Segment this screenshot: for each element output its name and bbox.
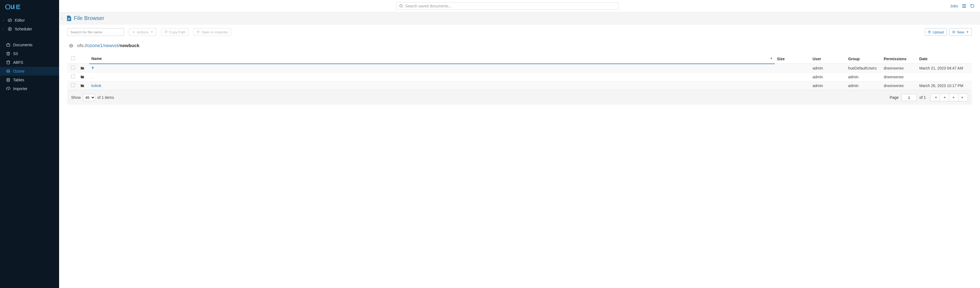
path-current: newbuck xyxy=(119,43,140,48)
copy-icon xyxy=(164,30,167,34)
table-row[interactable]: admin hueDefaultUsers drwxrwxrwx March 2… xyxy=(67,64,972,73)
row-checkbox[interactable] xyxy=(71,83,75,87)
cell-user: admin xyxy=(810,73,846,81)
of-pages: of 1 xyxy=(920,95,926,100)
svg-rect-1 xyxy=(7,5,7,9)
select-all-checkbox[interactable] xyxy=(71,56,75,60)
page-label: Page xyxy=(890,95,899,100)
page-size-select[interactable]: 45 xyxy=(83,94,95,101)
database-icon xyxy=(5,60,11,65)
folder-icon xyxy=(80,84,87,88)
briefcase-icon xyxy=(5,43,11,47)
svg-rect-10 xyxy=(68,18,70,19)
nav-ozone[interactable]: Ozone xyxy=(0,67,59,76)
nav-label: ABFS xyxy=(13,60,23,65)
nav-label: Importer xyxy=(13,86,27,91)
svg-rect-11 xyxy=(68,19,70,19)
cell-perm: drwxrwxrwx xyxy=(881,73,917,81)
col-permissions[interactable]: Permissions xyxy=(881,54,917,64)
new-button[interactable]: New ▼ xyxy=(949,28,972,36)
caret-down-icon: ▼ xyxy=(966,31,969,33)
nav-documents[interactable]: Documents xyxy=(0,40,59,49)
ozone-icon xyxy=(69,43,73,48)
page-header: › File Browser xyxy=(59,12,980,24)
nav-abfs[interactable]: ABFS xyxy=(0,58,59,67)
parent-dir-link[interactable] xyxy=(91,66,94,70)
svg-rect-2 xyxy=(8,5,9,9)
cell-perm: drwxrwxrwx xyxy=(881,81,917,90)
topbar: Jobs xyxy=(59,0,980,12)
gear-icon xyxy=(132,30,135,34)
folder-icon xyxy=(80,67,87,70)
file-search-input[interactable] xyxy=(67,28,124,36)
nav-label: Scheduler xyxy=(15,27,32,31)
scheduler-icon xyxy=(6,27,13,31)
col-name[interactable]: Name▲ xyxy=(89,54,775,64)
col-group[interactable]: Group xyxy=(846,54,881,64)
cell-group: hueDefaultUsers xyxy=(846,64,881,73)
global-search-input[interactable] xyxy=(405,4,615,8)
button-label: Actions xyxy=(137,30,148,34)
next-page-button[interactable] xyxy=(949,94,958,101)
svg-point-15 xyxy=(197,31,199,32)
button-label: Upload xyxy=(933,30,944,34)
table-footer: Show 45 of 1 items Page of 1 xyxy=(67,90,972,105)
svg-point-9 xyxy=(400,5,402,7)
nav-scheduler[interactable]: › Scheduler xyxy=(0,25,59,33)
sidebar: › Editor › Scheduler Documen xyxy=(0,0,59,288)
cell-perm: drwxrwxrwx xyxy=(881,64,917,73)
page-input[interactable] xyxy=(902,94,917,101)
sort-asc-icon: ▲ xyxy=(770,56,773,59)
col-user[interactable]: User xyxy=(810,54,846,64)
svg-point-4 xyxy=(9,29,10,30)
svg-point-6 xyxy=(7,61,10,62)
jobs-link[interactable]: Jobs xyxy=(950,4,958,8)
col-size[interactable]: Size xyxy=(775,54,810,64)
of-items: of 1 items xyxy=(97,95,114,100)
cell-date: March 21, 2023 04:47 AM xyxy=(917,64,972,73)
first-page-button[interactable] xyxy=(931,94,940,101)
table-row[interactable]: knknk admin admin drwxrwxrwx March 26, 2… xyxy=(67,81,972,90)
actions-button[interactable]: Actions ▼ xyxy=(129,28,156,36)
row-checkbox[interactable] xyxy=(71,75,75,78)
open-importer-button[interactable]: Open in Importer xyxy=(193,28,231,36)
last-page-button[interactable] xyxy=(958,94,968,101)
code-icon xyxy=(6,18,13,22)
caret-down-icon: ▼ xyxy=(151,31,153,33)
chevron-right-icon[interactable]: › xyxy=(61,16,65,21)
upload-button[interactable]: Upload xyxy=(925,28,947,36)
prev-page-button[interactable] xyxy=(940,94,949,101)
nav-label: Editor xyxy=(15,18,25,22)
cell-date xyxy=(917,73,972,81)
row-checkbox[interactable] xyxy=(71,66,75,70)
path-seg1[interactable]: ozone1 xyxy=(87,43,103,48)
cell-user: admin xyxy=(810,81,846,90)
folder-link[interactable]: knknk xyxy=(91,83,102,88)
global-search[interactable] xyxy=(396,2,618,10)
col-date[interactable]: Date xyxy=(917,54,972,64)
path-seg2[interactable]: newvol xyxy=(104,43,118,48)
table-row[interactable]: . admin admin drwxrwxrwx xyxy=(67,73,972,81)
upload-icon xyxy=(928,30,931,34)
file-table: Name▲ Size User Group Permissions Date xyxy=(67,54,972,90)
logo[interactable] xyxy=(0,0,59,15)
button-label: Copy Path xyxy=(169,30,186,34)
nav-tables[interactable]: Tables xyxy=(0,76,59,84)
ozone-icon xyxy=(5,69,11,73)
button-label: Open in Importer xyxy=(201,30,228,34)
svg-point-3 xyxy=(8,27,11,31)
list-icon[interactable] xyxy=(962,4,966,8)
toolbar: Actions ▼ Copy Path Open in Importer Upl… xyxy=(67,28,972,36)
cell-group: admin xyxy=(846,73,881,81)
file-icon xyxy=(67,15,72,21)
button-label: New xyxy=(957,30,964,34)
copy-path-button[interactable]: Copy Path xyxy=(161,28,189,36)
plus-circle-icon xyxy=(952,30,955,34)
nav-label: Tables xyxy=(13,78,24,82)
nav-editor[interactable]: › Editor xyxy=(0,16,59,25)
history-icon[interactable] xyxy=(970,4,975,8)
svg-point-13 xyxy=(133,32,134,33)
nav-importer[interactable]: Importer xyxy=(0,84,59,93)
nav-s3[interactable]: S3 xyxy=(0,49,59,58)
nav-label: S3 xyxy=(13,51,18,56)
